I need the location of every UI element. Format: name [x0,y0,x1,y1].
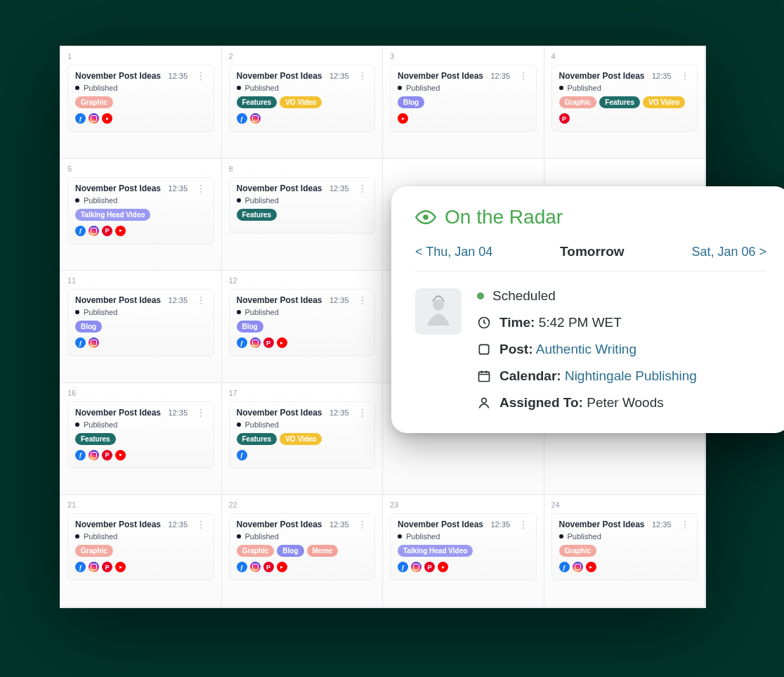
card-menu-icon[interactable]: ⋮ [195,72,206,79]
status-text: Published [245,196,279,205]
day-number: 17 [229,389,376,397]
instagram-icon [89,113,99,124]
social-icons: fP [237,562,368,572]
social-icons: f [75,113,207,124]
card-status: Published [398,532,529,541]
calendar-cell[interactable]: 21November Post Ideas12:35⋮PublishedGrap… [60,495,222,607]
calendar-cell[interactable]: 8November Post Ideas12:35⋮PublishedFeatu… [222,159,384,271]
tag-thv: Talking Head Video [75,209,150,221]
avatar-illustration-icon [421,294,456,329]
card-menu-icon[interactable]: ⋮ [195,297,206,304]
youtube-icon [586,562,596,572]
card-title: November Post Ideas [398,520,483,529]
post-card[interactable]: November Post Ideas12:35⋮PublishedGraphi… [551,65,698,131]
card-time: 12:35 [329,296,349,304]
day-number: 21 [67,501,214,509]
post-card[interactable]: November Post Ideas12:35⋮PublishedFeatur… [229,177,376,233]
calendar-cell[interactable]: 11November Post Ideas12:35⋮PublishedBlog… [60,271,222,383]
calendar-cell[interactable]: 22November Post Ideas12:35⋮PublishedGrap… [222,495,384,607]
card-menu-icon[interactable]: ⋮ [356,297,367,304]
status-dot-icon [75,310,79,314]
post-card[interactable]: November Post Ideas12:35⋮PublishedFeatur… [67,401,214,468]
calendar-cell[interactable]: 4November Post Ideas12:35⋮PublishedGraph… [544,46,706,159]
card-status: Published [237,196,368,205]
tag-row: Talking Head Video [75,209,207,221]
calendar-cell[interactable]: 23November Post Ideas12:35⋮PublishedTalk… [383,495,544,607]
card-menu-icon[interactable]: ⋮ [195,521,206,528]
card-menu-icon[interactable]: ⋮ [517,521,528,528]
tag-vo: VO Video [280,433,322,445]
svg-rect-3 [479,344,488,354]
instagram-icon [250,562,261,572]
day-number: 5 [67,165,214,173]
status-text: Published [84,308,117,316]
card-menu-icon[interactable]: ⋮ [356,521,367,528]
calendar-cell[interactable]: 17November Post Ideas12:35⋮PublishedFeat… [222,383,384,496]
post-card[interactable]: November Post Ideas12:35⋮PublishedTalkin… [390,513,537,580]
post-card[interactable]: November Post Ideas12:35⋮PublishedBlog [390,65,537,131]
facebook-icon: f [559,562,570,572]
radar-next-day[interactable]: Sat, Jan 06 > [691,245,766,259]
card-status: Published [75,84,207,92]
day-number: 3 [390,52,537,60]
card-menu-icon[interactable]: ⋮ [679,72,690,79]
card-menu-icon[interactable]: ⋮ [517,72,528,79]
post-card[interactable]: November Post Ideas12:35⋮PublishedBlogf [67,289,214,356]
card-menu-icon[interactable]: ⋮ [356,72,367,79]
tag-vo: VO Video [280,96,322,108]
tag-graphic: Graphic [75,96,113,108]
post-card[interactable]: November Post Ideas12:35⋮PublishedGraphi… [67,513,214,580]
day-number: 22 [229,501,376,509]
post-card[interactable]: November Post Ideas12:35⋮PublishedGraphi… [551,513,698,580]
radar-prev-day[interactable]: < Thu, Jan 04 [415,245,492,259]
calendar-cell[interactable]: 1November Post Ideas12:35⋮PublishedGraph… [60,46,222,159]
facebook-icon: f [75,113,86,124]
radar-post-link[interactable]: Authentic Writing [536,342,636,356]
svg-point-5 [482,398,487,403]
svg-point-0 [423,214,429,220]
instagram-icon [89,450,99,460]
post-card[interactable]: November Post Ideas12:35⋮PublishedTalkin… [67,177,214,244]
instagram-icon [573,562,583,572]
social-icons: fP [237,337,368,348]
radar-status-row: Scheduled [477,288,766,304]
card-time: 12:35 [329,184,349,193]
card-menu-icon[interactable]: ⋮ [195,185,206,192]
card-menu-icon[interactable]: ⋮ [356,409,367,416]
calendar-cell[interactable]: 24November Post Ideas12:35⋮PublishedGrap… [544,495,706,607]
facebook-icon: f [237,337,247,348]
social-icons: fP [75,450,207,460]
radar-calendar-link[interactable]: Nightingale Publishing [565,368,697,383]
post-card[interactable]: November Post Ideas12:35⋮PublishedGraphi… [229,513,376,580]
facebook-icon: f [237,113,247,124]
card-title: November Post Ideas [237,520,322,529]
post-card[interactable]: November Post Ideas12:35⋮PublishedFeatur… [229,65,376,131]
post-card[interactable]: November Post Ideas12:35⋮PublishedGraphi… [67,65,214,131]
day-number: 4 [551,52,698,60]
card-status: Published [75,196,207,205]
youtube-icon [438,562,448,572]
day-number: 16 [67,389,214,397]
card-status: Published [559,532,691,541]
svg-point-1 [433,299,444,311]
status-dot-icon [477,292,484,299]
card-menu-icon[interactable]: ⋮ [679,521,690,528]
facebook-icon: f [398,562,408,572]
status-text: Published [84,532,117,541]
post-card[interactable]: November Post Ideas12:35⋮PublishedBlogfP [229,289,376,356]
calendar-cell[interactable]: 12November Post Ideas12:35⋮PublishedBlog… [222,271,384,383]
calendar-cell[interactable]: 5November Post Ideas12:35⋮PublishedTalki… [60,159,222,271]
tag-graphic: Graphic [559,545,597,557]
pinterest-icon: P [263,337,274,348]
radar-title: On the Radar [415,206,766,228]
card-status: Published [75,308,207,316]
card-menu-icon[interactable]: ⋮ [356,185,367,192]
card-menu-icon[interactable]: ⋮ [195,409,206,416]
tag-blog: Blog [398,96,424,108]
calendar-cell[interactable]: 3November Post Ideas12:35⋮PublishedBlog [383,46,544,159]
post-card[interactable]: November Post Ideas12:35⋮PublishedFeatur… [229,401,376,468]
calendar-cell[interactable]: 2November Post Ideas12:35⋮PublishedFeatu… [222,46,384,159]
calendar-cell[interactable]: 16November Post Ideas12:35⋮PublishedFeat… [60,383,222,496]
tag-row: Features [237,209,368,221]
card-title: November Post Ideas [559,71,645,81]
